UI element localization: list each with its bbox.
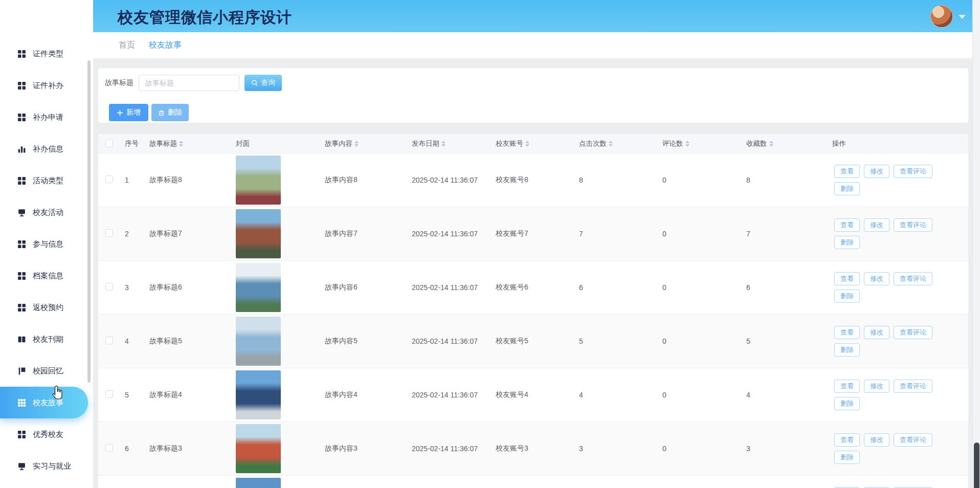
cover-image xyxy=(236,317,281,366)
sidebar-item-活动类型[interactable]: 活动类型 xyxy=(0,165,93,196)
edit-button[interactable]: 修改 xyxy=(864,326,889,339)
row-checkbox[interactable] xyxy=(105,337,113,344)
grid-icon xyxy=(17,303,26,312)
cell-favorite-count: 8 xyxy=(746,176,832,184)
view-comments-button[interactable]: 查看评论 xyxy=(894,218,932,232)
window-scrollbar xyxy=(972,0,980,488)
tab-home[interactable]: 首页 xyxy=(119,40,135,51)
grid-icon xyxy=(17,113,26,122)
sidebar-item-校园回忆[interactable]: 校园回忆 xyxy=(0,355,93,387)
view-comments-button[interactable]: 查看评论 xyxy=(894,380,932,393)
cell-story-title: 故事标题4 xyxy=(149,390,236,400)
table-row: 5 故事标题4 故事内容4 2025-02-14 11:36:07 校友账号4 … xyxy=(98,368,968,422)
cell-index: 5 xyxy=(125,391,149,399)
column-header-序号: 序号 xyxy=(125,139,149,148)
view-comments-button[interactable]: 查看评论 xyxy=(894,165,932,178)
tab-alumni-story[interactable]: 校友故事 xyxy=(149,40,182,51)
view-button[interactable]: 查看 xyxy=(834,165,860,178)
row-delete-button[interactable]: 删除 xyxy=(834,397,860,410)
cell-click-count: 3 xyxy=(579,445,662,453)
select-all-checkbox[interactable] xyxy=(105,140,113,147)
cell-comment-count: 0 xyxy=(662,230,746,238)
cell-index: 4 xyxy=(125,337,149,345)
edit-button[interactable]: 修改 xyxy=(864,218,889,232)
view-button[interactable]: 查看 xyxy=(834,272,860,285)
query-button[interactable]: 查询 xyxy=(244,75,282,91)
column-header-发布日期[interactable]: 发布日期 xyxy=(412,139,496,148)
cell-comment-count: 0 xyxy=(662,337,746,345)
user-avatar[interactable] xyxy=(930,5,953,28)
sidebar-item-证件类型[interactable]: 证件类型 xyxy=(0,38,93,70)
cell-click-count: 7 xyxy=(579,230,662,238)
column-header-故事标题[interactable]: 故事标题 xyxy=(149,139,236,148)
edit-button[interactable]: 修改 xyxy=(864,165,889,178)
cell-story-content: 故事内容4 xyxy=(325,390,412,400)
sidebar-item-校友故事[interactable]: 校友故事 xyxy=(0,387,88,418)
sidebar-item-补办信息[interactable]: 补办信息 xyxy=(0,133,93,165)
search-input[interactable] xyxy=(139,75,239,91)
add-button[interactable]: 新增 xyxy=(109,104,148,121)
sidebar-item-返校预约[interactable]: 返校预约 xyxy=(0,292,93,323)
view-button[interactable]: 查看 xyxy=(834,218,860,232)
sort-caret-icon[interactable] xyxy=(179,141,183,147)
row-delete-button[interactable]: 删除 xyxy=(834,236,860,249)
row-delete-button[interactable]: 删除 xyxy=(834,290,860,303)
edit-button[interactable]: 修改 xyxy=(864,380,889,393)
row-checkbox[interactable] xyxy=(105,175,113,183)
view-comments-button[interactable]: 查看评论 xyxy=(894,272,932,285)
cell-click-count: 6 xyxy=(579,283,662,292)
view-button[interactable]: 查看 xyxy=(834,326,860,339)
row-checkbox[interactable] xyxy=(105,283,113,291)
row-checkbox[interactable] xyxy=(105,390,113,398)
sidebar-item-校友刊期[interactable]: 校友刊期 xyxy=(0,323,93,355)
sidebar-scrollbar-thumb[interactable] xyxy=(87,60,91,383)
sort-caret-icon[interactable] xyxy=(525,141,529,147)
search-label: 故事标题 xyxy=(105,78,133,87)
sidebar-item-实习与就业[interactable]: 实习与就业 xyxy=(0,450,93,482)
sidebar-item-证件补办[interactable]: 证件补办 xyxy=(0,70,93,101)
grid-icon xyxy=(17,81,26,90)
view-button[interactable]: 查看 xyxy=(834,380,860,393)
sort-caret-icon[interactable] xyxy=(685,141,689,147)
plus-icon xyxy=(117,109,123,116)
sort-caret-icon[interactable] xyxy=(609,141,613,147)
sort-caret-icon[interactable] xyxy=(769,141,773,147)
view-comments-button[interactable]: 查看评论 xyxy=(894,433,932,447)
column-header-点击次数[interactable]: 点击次数 xyxy=(579,139,662,148)
row-delete-button[interactable]: 删除 xyxy=(834,343,860,357)
table-row: 7 故事标题2 故事内容2 2025-02-14 11:36:07 校友账号2 … xyxy=(98,476,968,488)
row-checkbox[interactable] xyxy=(105,229,113,237)
cover-image xyxy=(236,478,281,488)
sidebar-item-优秀校友[interactable]: 优秀校友 xyxy=(0,418,93,450)
row-delete-button[interactable]: 删除 xyxy=(834,182,860,195)
view-comments-button[interactable]: 查看评论 xyxy=(894,326,932,339)
sort-caret-icon[interactable] xyxy=(354,141,359,147)
cell-comment-count: 0 xyxy=(662,283,746,292)
edit-button[interactable]: 修改 xyxy=(864,433,889,447)
row-delete-button[interactable]: 删除 xyxy=(834,451,860,464)
window-scrollbar-thumb[interactable] xyxy=(974,442,979,488)
sidebar-item-补办申请[interactable]: 补办申请 xyxy=(0,101,93,133)
sidebar-item-档案信息[interactable]: 档案信息 xyxy=(0,260,93,292)
cover-image xyxy=(236,209,281,258)
row-checkbox[interactable] xyxy=(105,444,113,452)
sidebar-item-label: 校园回忆 xyxy=(33,366,63,376)
column-header-收藏数[interactable]: 收藏数 xyxy=(746,139,832,148)
sort-caret-icon[interactable] xyxy=(441,141,446,147)
cell-favorite-count: 4 xyxy=(746,391,832,399)
sidebar-item-label: 档案信息 xyxy=(33,271,63,281)
monitor-icon xyxy=(17,208,26,217)
chevron-down-icon[interactable] xyxy=(959,15,966,19)
sidebar-item-label: 优秀校友 xyxy=(33,430,63,439)
cell-story-content: 故事内容5 xyxy=(325,337,412,346)
column-header-故事内容[interactable]: 故事内容 xyxy=(325,139,412,148)
sidebar-item-参与信息[interactable]: 参与信息 xyxy=(0,228,93,260)
view-button[interactable]: 查看 xyxy=(834,433,860,447)
edit-button[interactable]: 修改 xyxy=(864,272,889,285)
delete-button[interactable]: 删除 xyxy=(151,104,189,121)
sidebar-nav: 证件类型 证件补办 补办申请 补办信息 活动类型 校友活动 参与信息 档案信息 … xyxy=(0,38,93,482)
grid-icon xyxy=(17,176,26,185)
sidebar-item-校友活动[interactable]: 校友活动 xyxy=(0,196,93,228)
column-header-评论数[interactable]: 评论数 xyxy=(662,139,746,148)
column-header-校友账号[interactable]: 校友账号 xyxy=(496,139,579,148)
